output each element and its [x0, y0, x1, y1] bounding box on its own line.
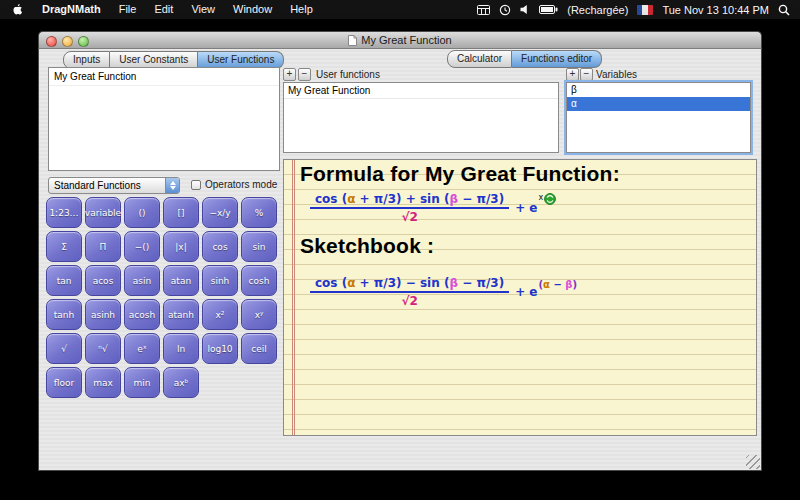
beta-token[interactable]: β: [565, 279, 572, 290]
document-icon: [348, 35, 357, 46]
user-functions-label: User functions: [316, 69, 380, 80]
palette-button-min[interactable]: min: [124, 367, 160, 398]
plus-e-term: + e: [515, 285, 537, 299]
palette-button-sum[interactable]: Σ: [46, 231, 82, 262]
stepper-icon[interactable]: [165, 178, 179, 193]
palette-button-acos[interactable]: acos: [85, 265, 121, 296]
palette-button-tanh[interactable]: tanh: [46, 299, 82, 330]
tab-functions-editor[interactable]: Functions editor: [512, 50, 602, 68]
plus-e-term: + e: [515, 201, 537, 215]
denominator: √2: [401, 293, 417, 308]
palette-button-square[interactable]: x²: [202, 299, 238, 330]
palette-dropdown[interactable]: Standard Functions: [48, 177, 180, 194]
menu-dragnmath[interactable]: DragNMath: [33, 0, 110, 19]
formula-canvas[interactable]: Formula for My Great Function: cos (α + …: [283, 159, 757, 436]
palette-button-cosh[interactable]: cosh: [241, 265, 277, 296]
exponent-drop-target[interactable]: x: [539, 193, 557, 205]
menubar-clock[interactable]: Tue Nov 13 10:44 PM: [662, 4, 769, 16]
exponent[interactable]: (α − β): [539, 279, 578, 290]
palette-button-nthroot[interactable]: ⁿ√: [85, 333, 121, 364]
variables-list[interactable]: β α: [566, 82, 751, 153]
palette-button-abs[interactable]: |x|: [163, 231, 199, 262]
palette-button-acosh[interactable]: acosh: [124, 299, 160, 330]
palette-button-parens[interactable]: (): [124, 197, 160, 228]
tab-calculator[interactable]: Calculator: [447, 50, 512, 68]
remove-variable-button[interactable]: −: [580, 68, 593, 81]
french-flag-icon[interactable]: [637, 5, 653, 15]
displays-icon[interactable]: [477, 5, 490, 15]
time-machine-icon[interactable]: [499, 4, 511, 16]
list-item[interactable]: My Great Function: [49, 68, 279, 86]
function-list[interactable]: My Great Function: [48, 67, 280, 171]
palette-button-cos[interactable]: cos: [202, 231, 238, 262]
palette-button-log10[interactable]: log10: [202, 333, 238, 364]
palette-button-product[interactable]: Π: [85, 231, 121, 262]
palette-button-number[interactable]: 1:23…: [46, 197, 82, 228]
palette-button-exp[interactable]: eˣ: [124, 333, 160, 364]
menu-view[interactable]: View: [182, 0, 224, 19]
battery-icon[interactable]: [539, 5, 558, 14]
palette-button-floor[interactable]: floor: [46, 367, 82, 398]
sketchbook-heading: Sketchbook :: [300, 234, 434, 258]
variables-controls: + − Variables: [566, 68, 637, 81]
main-formula[interactable]: cos (α + π/3) + sin (β − π/3) √2 + e x: [310, 192, 556, 224]
denominator: √2: [401, 209, 417, 224]
menubar-status-area: (Rechargée) Tue Nov 13 10:44 PM: [477, 4, 800, 16]
operators-mode-checkbox[interactable]: [191, 180, 201, 190]
palette-button-negate[interactable]: −(): [124, 231, 160, 262]
menu-file[interactable]: File: [110, 0, 146, 19]
window-content: Inputs User Constants User Functions My …: [38, 49, 762, 471]
menu-help[interactable]: Help: [281, 0, 322, 19]
paper-margin-line: [292, 160, 295, 435]
menubar: DragNMath File Edit View Window Help (Re…: [0, 0, 800, 19]
remove-function-button[interactable]: −: [298, 68, 311, 81]
variable-row-alpha[interactable]: α: [567, 97, 750, 111]
palette-button-power[interactable]: xʸ: [241, 299, 277, 330]
formula-token: + π/3) + sin (: [355, 192, 449, 206]
palette-button-fraction[interactable]: −x/y: [202, 197, 238, 228]
add-function-button[interactable]: +: [283, 68, 296, 81]
menu-window[interactable]: Window: [224, 0, 281, 19]
menu-edit[interactable]: Edit: [145, 0, 182, 19]
formula-token: + π/3) − sin (: [355, 276, 449, 290]
palette-button-scientific[interactable]: axᵇ: [163, 367, 199, 398]
right-tab-group: Calculator Functions editor: [447, 50, 602, 68]
sketch-formula[interactable]: cos (α + π/3) − sin (β − π/3) √2 + e (α …: [310, 276, 577, 308]
volume-icon[interactable]: [520, 4, 530, 15]
exponent-placeholder: x: [539, 193, 544, 202]
palette-button-asinh[interactable]: asinh: [85, 299, 121, 330]
spotlight-icon[interactable]: [778, 4, 790, 16]
palette-button-ceil[interactable]: ceil: [241, 333, 277, 364]
variable-row-beta[interactable]: β: [567, 83, 750, 97]
beta-token[interactable]: β: [449, 276, 458, 290]
apple-menu-icon[interactable]: [0, 3, 33, 16]
palette-button-ln[interactable]: ln: [163, 333, 199, 364]
palette-button-atan[interactable]: atan: [163, 265, 199, 296]
palette-button-asin[interactable]: asin: [124, 265, 160, 296]
operators-mode-row: Operators mode: [191, 179, 277, 190]
palette-button-brackets[interactable]: []: [163, 197, 199, 228]
user-functions-controls: + − User functions: [283, 68, 380, 81]
palette-button-tan[interactable]: tan: [46, 265, 82, 296]
palette-button-sinh[interactable]: sinh: [202, 265, 238, 296]
palette-button-sin[interactable]: sin: [241, 231, 277, 262]
palette-button-sqrt[interactable]: √: [46, 333, 82, 364]
titlebar[interactable]: My Great Function: [38, 31, 762, 49]
formula-token: − π/3): [458, 276, 504, 290]
palette-button-atanh[interactable]: atanh: [163, 299, 199, 330]
palette-button-percent[interactable]: %: [241, 197, 277, 228]
palette-button-variable[interactable]: variable: [85, 197, 121, 228]
window-title-area: My Great Function: [39, 34, 761, 46]
add-variable-button[interactable]: +: [566, 68, 579, 81]
variables-label: Variables: [596, 69, 637, 80]
formula-heading: Formula for My Great Function:: [300, 162, 620, 186]
list-item[interactable]: My Great Function: [284, 83, 558, 99]
formula-token: cos (: [315, 276, 347, 290]
formula-token: cos (: [315, 192, 347, 206]
resize-grip[interactable]: [746, 455, 760, 469]
beta-token[interactable]: β: [449, 192, 458, 206]
user-functions-list[interactable]: My Great Function: [283, 82, 559, 153]
fraction: cos (α + π/3) + sin (β − π/3) √2: [310, 192, 509, 224]
formula-token: ): [572, 279, 577, 290]
palette-button-max[interactable]: max: [85, 367, 121, 398]
